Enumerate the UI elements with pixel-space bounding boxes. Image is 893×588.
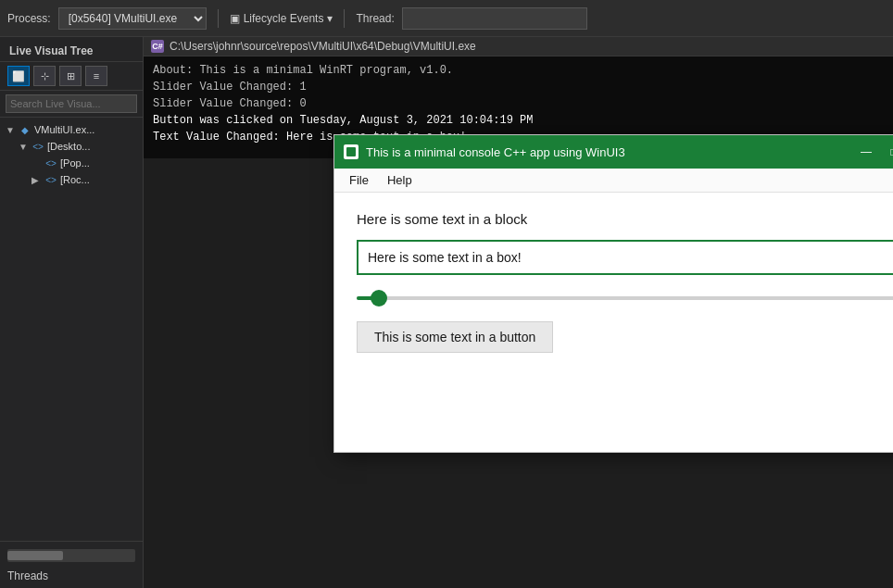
sidebar-tool-layout[interactable]: ⊞ [59, 66, 82, 86]
console-path: C:\Users\johnr\source\repos\VMultiUI\x64… [170, 40, 476, 53]
winui-slider-thumb [371, 290, 387, 307]
sidebar: Live Visual Tree ⬜ ⊹ ⊞ ≡ ▼ ◆ VMultiUI.ex… [0, 37, 144, 588]
winui-app-icon [344, 144, 358, 159]
thread-label: Thread: [356, 12, 394, 25]
sidebar-header: Live Visual Tree [0, 37, 143, 62]
winui-minimize-button[interactable]: — [853, 139, 879, 165]
winui-content: Here is some text in a block ✕ This is s… [334, 193, 893, 452]
sidebar-tool-props[interactable]: ≡ [85, 66, 107, 86]
toolbar-divider [218, 9, 219, 28]
tree-icon-popup: <> [44, 156, 57, 169]
console-line-1: Slider Value Changed: 1 [153, 79, 884, 95]
sidebar-tool-pick[interactable]: ⊹ [33, 66, 56, 86]
tree-item-root[interactable]: ▼ ◆ VMultiUI.ex... [0, 121, 143, 138]
winui-app-window: This is a minimal console C++ app using … [333, 134, 893, 453]
sidebar-toolbar: ⬜ ⊹ ⊞ ≡ [0, 62, 143, 91]
tree-label-desktop: [Deskto... [47, 141, 90, 152]
sidebar-search-container [0, 91, 143, 118]
winui-window-controls: — □ ✕ [853, 139, 893, 165]
tree-item-popup[interactable]: <> [Pop... [0, 155, 143, 171]
lifecycle-icon: ▣ [230, 12, 240, 25]
winui-icon-inner [346, 147, 356, 156]
winui-menu-help[interactable]: Help [380, 170, 420, 190]
tree-icon-root2: <> [44, 173, 57, 186]
console-titlebar: C# C:\Users\johnr\source\repos\VMultiUI\… [144, 37, 893, 56]
top-toolbar: Process: [0x5640] VMultiUI.exe ▣ Lifecyc… [0, 0, 893, 37]
winui-menubar: File Help [334, 169, 893, 193]
winui-action-button[interactable]: This is some text in a button [357, 321, 553, 353]
winui-maximize-button[interactable]: □ [881, 139, 893, 165]
sidebar-tree: ▼ ◆ VMultiUI.ex... ▼ <> [Deskto... <> [P… [0, 118, 143, 541]
tree-icon-root: ◆ [19, 123, 31, 136]
process-select[interactable]: [0x5640] VMultiUI.exe [58, 7, 207, 30]
tree-arrow-desktop: ▼ [19, 142, 31, 152]
console-line-3: Button was clicked on Tuesday, August 3,… [153, 112, 884, 129]
winui-textbox[interactable] [358, 250, 890, 265]
sidebar-tool-visual-tree[interactable]: ⬜ [7, 66, 30, 86]
tree-icon-desktop: <> [31, 140, 44, 153]
sidebar-threads-label: Threads [7, 566, 135, 584]
main-layout: Live Visual Tree ⬜ ⊹ ⊞ ≡ ▼ ◆ VMultiUI.ex… [0, 37, 893, 588]
winui-menu-file[interactable]: File [342, 170, 376, 190]
thread-input[interactable] [402, 7, 587, 30]
tree-label-root: VMultiUI.ex... [34, 124, 94, 135]
console-cs-icon: C# [151, 40, 164, 53]
lifecycle-events-button[interactable]: ▣ Lifecycle Events ▾ [230, 12, 333, 25]
lifecycle-dropdown-icon: ▾ [327, 12, 333, 25]
tree-label-root2: [Roc... [60, 174, 90, 185]
tree-arrow-root: ▼ [6, 125, 19, 135]
tree-arrow-root2: ▶ [31, 175, 44, 185]
winui-text-block: Here is some text in a block [357, 211, 893, 227]
sidebar-scroll-thumb [7, 551, 63, 560]
tree-item-root2[interactable]: ▶ <> [Roc... [0, 171, 143, 188]
tree-label-popup: [Pop... [60, 157, 90, 169]
winui-slider-wrapper[interactable] [357, 288, 893, 308]
sidebar-search-input[interactable] [6, 94, 137, 113]
winui-slider-track [357, 296, 893, 300]
toolbar-divider-2 [344, 9, 345, 28]
console-line-0: About: This is a minimal WinRT program, … [153, 62, 884, 79]
winui-titlebar: This is a minimal console C++ app using … [334, 135, 893, 169]
content-area: C# C:\Users\johnr\source\repos\VMultiUI\… [144, 37, 893, 588]
sidebar-bottom: Threads [0, 541, 143, 588]
process-label: Process: [7, 12, 51, 25]
winui-textbox-wrapper: ✕ [357, 240, 893, 275]
console-line-2: Slider Value Changed: 0 [153, 95, 884, 112]
sidebar-scrollbar[interactable] [7, 549, 135, 562]
winui-title-text: This is a minimal console C++ app using … [366, 145, 846, 159]
tree-item-desktop[interactable]: ▼ <> [Deskto... [0, 138, 143, 155]
